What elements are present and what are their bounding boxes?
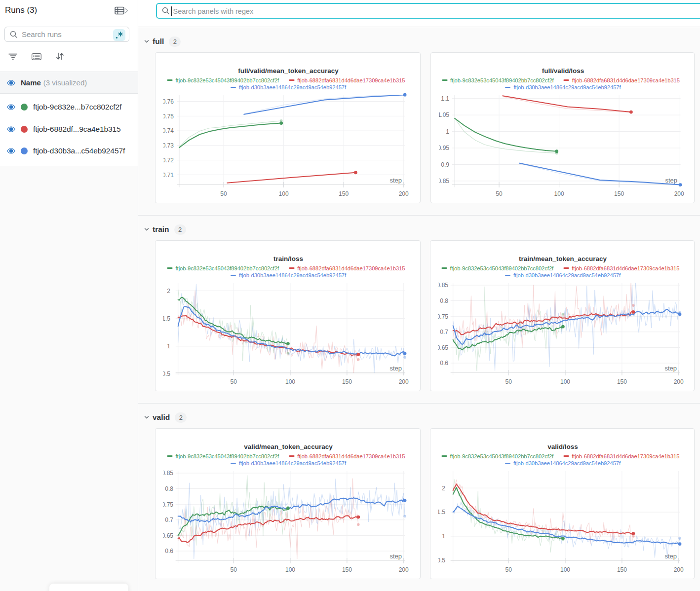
svg-text:100: 100 [560,566,570,573]
svg-text:0.85: 0.85 [438,178,450,185]
svg-text:0.65: 0.65 [162,532,174,539]
svg-text:0.5: 0.5 [162,370,170,377]
svg-text:0.76: 0.76 [162,98,174,105]
svg-text:step: step [389,365,402,372]
svg-text:0.65: 0.65 [437,344,449,351]
svg-text:1: 1 [442,533,445,540]
svg-text:200: 200 [674,566,684,573]
svg-text:0.75: 0.75 [162,113,174,120]
svg-text:step: step [389,553,402,560]
svg-text:1.5: 1.5 [162,315,170,322]
svg-text:1: 1 [446,128,449,135]
svg-text:100: 100 [560,378,570,385]
svg-text:50: 50 [496,190,503,197]
svg-text:0.95: 0.95 [438,145,450,151]
svg-text:0.85: 0.85 [437,282,449,289]
svg-text:0.8: 0.8 [440,297,448,304]
svg-text:0.75: 0.75 [437,313,449,320]
svg-text:100: 100 [554,190,564,197]
svg-text:0.74: 0.74 [162,127,174,134]
svg-text:step: step [664,365,677,372]
svg-text:step: step [389,177,402,184]
svg-text:0.73: 0.73 [162,142,174,149]
svg-text:150: 150 [617,566,627,573]
svg-text:200: 200 [399,190,409,197]
svg-text:0.6: 0.6 [165,548,173,554]
svg-text:100: 100 [285,378,295,385]
svg-text:0.5: 0.5 [437,557,445,564]
svg-text:1.05: 1.05 [438,111,450,118]
svg-text:1.5: 1.5 [437,509,445,516]
svg-text:150: 150 [342,566,352,573]
svg-text:150: 150 [342,378,352,385]
svg-text:50: 50 [506,378,512,385]
svg-text:0.71: 0.71 [162,172,174,179]
svg-text:0.7: 0.7 [165,517,173,523]
svg-text:150: 150 [339,190,349,197]
svg-text:0.6: 0.6 [440,360,448,367]
svg-text:0.75: 0.75 [162,501,174,508]
svg-text:50: 50 [231,378,237,385]
svg-text:1: 1 [167,343,170,350]
svg-text:200: 200 [674,190,684,197]
svg-text:1.1: 1.1 [441,95,449,102]
svg-text:0.7: 0.7 [440,329,448,335]
svg-text:200: 200 [399,378,409,385]
svg-text:50: 50 [220,190,227,197]
svg-text:2: 2 [167,288,170,295]
svg-text:step: step [665,177,677,184]
svg-text:100: 100 [285,566,295,573]
svg-text:150: 150 [617,378,627,385]
svg-text:0.85: 0.85 [162,470,174,477]
svg-text:0.9: 0.9 [441,161,449,168]
svg-text:0.8: 0.8 [165,485,173,492]
svg-text:150: 150 [614,190,624,197]
svg-text:100: 100 [279,190,289,197]
svg-text:step: step [664,553,677,560]
svg-text:200: 200 [674,378,684,385]
svg-text:50: 50 [231,566,237,573]
svg-text:50: 50 [506,566,512,573]
svg-text:2: 2 [442,485,445,492]
svg-text:0.72: 0.72 [162,157,174,164]
svg-text:200: 200 [399,566,409,573]
